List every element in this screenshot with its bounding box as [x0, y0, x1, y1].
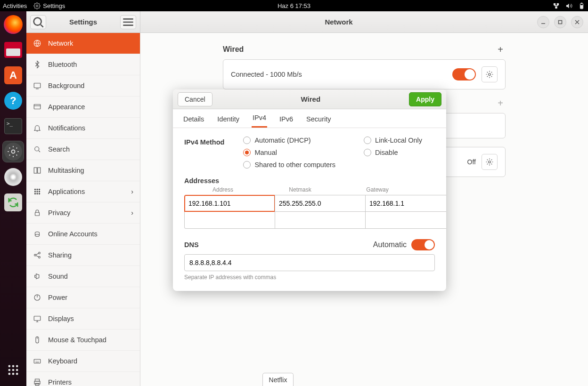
sidebar-item-sound[interactable]: Sound — [26, 266, 140, 287]
sidebar-item-network[interactable]: Network — [26, 33, 140, 54]
radio-icon — [243, 161, 251, 169]
sidebar-item-label: Power — [48, 294, 67, 301]
search-button[interactable] — [30, 15, 46, 29]
tab-details[interactable]: Details — [182, 115, 205, 128]
sidebar-item-power[interactable]: Power — [26, 287, 140, 308]
sidebar-item-background[interactable]: Background — [26, 75, 140, 96]
chevron-right-icon: › — [131, 209, 133, 217]
sidebar-item-displays[interactable]: Displays — [26, 308, 140, 330]
clock[interactable]: Haz 6 17:53 — [278, 2, 310, 9]
wired-toggle[interactable] — [452, 68, 476, 80]
radio-disable[interactable]: Disable — [364, 149, 422, 156]
svg-rect-2 — [557, 3, 559, 5]
network-indicator-icon[interactable] — [553, 2, 560, 9]
hamburger-button[interactable] — [120, 15, 136, 29]
proxy-settings-button[interactable] — [482, 154, 498, 170]
dialog-title: Wired — [212, 95, 409, 103]
radio-shared-to-other-computers[interactable]: Shared to other computers — [243, 161, 335, 169]
dock-settings[interactable] — [3, 141, 24, 162]
settings-sidebar[interactable]: NetworkBluetoothBackgroundAppearanceNoti… — [26, 33, 140, 386]
address-input[interactable] — [184, 212, 275, 229]
svg-rect-1 — [554, 3, 555, 5]
show-applications-button[interactable] — [3, 360, 24, 380]
dock-firefox[interactable] — [3, 14, 24, 35]
firefox-icon — [4, 15, 23, 34]
svg-rect-44 — [35, 383, 39, 386]
sidebar-item-search[interactable]: Search — [26, 139, 140, 160]
close-button[interactable] — [571, 16, 583, 28]
add-vpn-button[interactable]: + — [495, 98, 506, 108]
svg-point-14 — [8, 373, 11, 375]
sidebar-item-sharing[interactable]: Sharing — [26, 245, 140, 266]
netmask-input[interactable] — [275, 195, 365, 212]
sidebar-item-bluetooth[interactable]: Bluetooth — [26, 54, 140, 75]
battery-indicator-icon[interactable] — [578, 2, 585, 9]
dns-input[interactable] — [184, 254, 435, 271]
maximize-button[interactable] — [554, 16, 566, 28]
titlebar: Settings Network — [26, 11, 588, 33]
activities-button[interactable]: Activities — [3, 2, 27, 9]
sidebar-item-label: Mouse & Touchpad — [48, 336, 106, 344]
svg-rect-6 — [581, 5, 583, 8]
sidebar-item-notifications[interactable]: Notifications — [26, 118, 140, 139]
sidebar-item-multitasking[interactable]: Multitasking — [26, 160, 140, 181]
sidebar-item-label: Sharing — [48, 251, 72, 259]
radio-icon — [243, 149, 251, 156]
gear-icon — [485, 70, 494, 79]
dns-auto-toggle[interactable] — [411, 239, 435, 250]
gateway-input[interactable] — [365, 195, 446, 212]
sidebar-item-label: Keyboard — [48, 357, 77, 365]
sidebar-item-mouse-touchpad[interactable]: Mouse & Touchpad — [26, 330, 140, 351]
software-icon: A — [4, 66, 22, 84]
dock-software[interactable]: A — [3, 65, 24, 86]
apply-button[interactable]: Apply — [409, 92, 441, 106]
sidebar-item-appearance[interactable]: Appearance — [26, 96, 140, 118]
app-menu[interactable]: Settings — [33, 2, 65, 9]
ipv4-method-label: IPv4 Method — [184, 137, 224, 146]
sidebar-item-keyboard[interactable]: Keyboard — [26, 351, 140, 372]
tab-identity[interactable]: Identity — [216, 115, 240, 128]
dock-disc[interactable] — [3, 167, 24, 187]
top-panel: Activities Settings Haz 6 17:53 — [0, 0, 588, 11]
tab-ipv4[interactable]: IPv4 — [252, 114, 267, 128]
dock: A ? >_ — [0, 11, 26, 386]
svg-point-25 — [34, 189, 35, 190]
tab-ipv6[interactable]: IPv6 — [278, 115, 294, 128]
svg-rect-3 — [555, 6, 557, 8]
svg-rect-34 — [35, 212, 40, 216]
address-row — [184, 212, 435, 229]
svg-rect-18 — [559, 20, 562, 24]
dock-help[interactable]: ? — [3, 90, 24, 111]
cancel-button[interactable]: Cancel — [178, 92, 212, 106]
tab-security[interactable]: Security — [305, 115, 332, 128]
svg-point-13 — [16, 369, 18, 371]
sidebar-item-online-accounts[interactable]: Online Accounts — [26, 224, 140, 245]
gateway-input[interactable] — [365, 212, 446, 229]
address-input[interactable] — [184, 195, 275, 212]
volume-indicator-icon[interactable] — [565, 2, 572, 9]
radio-automatic-dhcp-[interactable]: Automatic (DHCP) — [243, 137, 335, 144]
sidebar-item-applications[interactable]: Applications› — [26, 181, 140, 202]
col-address: Address — [184, 186, 261, 193]
dock-files[interactable] — [3, 40, 24, 60]
sidebar-item-privacy[interactable]: Privacy› — [26, 202, 140, 224]
dock-trash[interactable] — [3, 192, 24, 213]
wired-section-title: Wired — [223, 45, 244, 54]
netmask-input[interactable] — [275, 212, 365, 229]
sidebar-item-printers[interactable]: Printers — [26, 372, 140, 386]
dock-terminal[interactable]: >_ — [3, 116, 24, 137]
dialog-tabs: DetailsIdentityIPv4IPv6Security — [173, 109, 446, 128]
svg-point-11 — [8, 369, 11, 371]
sidebar-item-label: Background — [48, 82, 84, 89]
taskbar-netflix[interactable]: Netflix — [262, 373, 294, 386]
sidebar-item-label: Displays — [48, 315, 74, 322]
wired-settings-button[interactable] — [482, 66, 498, 82]
add-wired-button[interactable]: + — [495, 44, 506, 55]
minimize-button[interactable] — [537, 16, 549, 28]
svg-point-27 — [39, 189, 40, 190]
svg-point-15 — [12, 373, 15, 375]
radio-manual[interactable]: Manual — [243, 149, 335, 156]
gear-icon — [4, 143, 22, 161]
radio-link-local-only[interactable]: Link-Local Only — [364, 137, 422, 144]
sidebar-item-label: Notifications — [48, 124, 85, 132]
